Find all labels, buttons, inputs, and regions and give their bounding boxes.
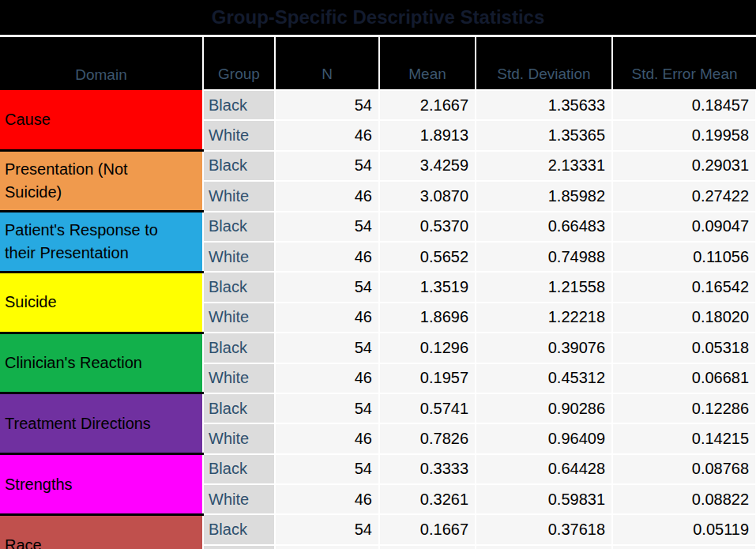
mean-cell: 0.5652 xyxy=(379,242,476,272)
std-deviation-cell: 0.45312 xyxy=(476,363,612,393)
n-cell: 46 xyxy=(275,545,379,549)
group-cell: Black xyxy=(203,212,275,242)
mean-cell: 0.1667 xyxy=(379,514,476,544)
column-header-std-deviation: Std. Deviation xyxy=(476,36,612,91)
group-cell: White xyxy=(203,484,275,514)
n-cell: 46 xyxy=(275,242,379,272)
table-body: CauseBlack542.16671.356330.18457White461… xyxy=(0,90,756,549)
column-header-std-error-mean: Std. Error Mean xyxy=(612,36,756,91)
n-cell: 54 xyxy=(275,454,379,484)
n-cell: 54 xyxy=(275,393,379,423)
std-deviation-cell: 2.13331 xyxy=(476,151,612,181)
slide-canvas: Group-Specific Descriptive Statistics Do… xyxy=(0,0,756,549)
column-header-n: N xyxy=(275,36,379,91)
mean-cell: 3.0870 xyxy=(379,181,476,211)
column-header-mean: Mean xyxy=(379,36,476,91)
table-row: Clinician's ReactionBlack540.12960.39076… xyxy=(0,333,756,363)
std-error-mean-cell: 0.11056 xyxy=(612,242,756,272)
n-cell: 54 xyxy=(275,514,379,544)
std-deviation-cell: 0.90286 xyxy=(476,393,612,423)
mean-cell: 0.1296 xyxy=(379,333,476,363)
std-deviation-cell: 1.35365 xyxy=(476,120,612,150)
std-error-mean-cell: 0.14215 xyxy=(612,423,756,453)
std-error-mean-cell: 0.12286 xyxy=(612,393,756,423)
group-cell: White xyxy=(203,303,275,333)
std-error-mean-cell: 0.16542 xyxy=(612,272,756,302)
table-row: Treatment DirectionsBlack540.57410.90286… xyxy=(0,393,756,423)
group-cell: White xyxy=(203,242,275,272)
std-deviation-cell: 0.59831 xyxy=(476,484,612,514)
mean-cell: 0.3261 xyxy=(379,484,476,514)
n-cell: 46 xyxy=(275,303,379,333)
std-error-mean-cell: 0.06681 xyxy=(612,363,756,393)
std-deviation-cell: 0.37618 xyxy=(476,514,612,544)
mean-cell: 0.1957 xyxy=(379,363,476,393)
std-error-mean-cell: 0.08768 xyxy=(612,454,756,484)
n-cell: 54 xyxy=(275,90,379,120)
group-cell: Black xyxy=(203,333,275,363)
mean-cell: 0.7826 xyxy=(379,423,476,453)
group-cell: Black xyxy=(203,151,275,181)
std-error-mean-cell: 0.05020 xyxy=(612,545,756,549)
title-row: Group-Specific Descriptive Statistics xyxy=(0,0,756,36)
n-cell: 54 xyxy=(275,212,379,242)
group-cell: White xyxy=(203,120,275,150)
header-row: Domain Group N Mean Std. Deviation Std. … xyxy=(0,36,756,91)
mean-cell: 0.1304 xyxy=(379,545,476,549)
mean-cell: 1.8696 xyxy=(379,303,476,333)
descriptive-statistics-table: Group-Specific Descriptive Statistics Do… xyxy=(0,0,756,549)
group-cell: White xyxy=(203,545,275,549)
table-row: Presentation (Not Suicide)Black543.42592… xyxy=(0,151,756,181)
std-error-mean-cell: 0.05119 xyxy=(612,514,756,544)
n-cell: 46 xyxy=(275,181,379,211)
n-cell: 54 xyxy=(275,151,379,181)
domain-cell: Cause xyxy=(0,90,203,151)
std-deviation-cell: 0.66483 xyxy=(476,212,612,242)
group-cell: Black xyxy=(203,454,275,484)
n-cell: 46 xyxy=(275,423,379,453)
group-cell: White xyxy=(203,423,275,453)
std-deviation-cell: 1.22218 xyxy=(476,303,612,333)
std-error-mean-cell: 0.09047 xyxy=(612,212,756,242)
domain-cell: Presentation (Not Suicide) xyxy=(0,151,203,212)
std-deviation-cell: 1.21558 xyxy=(476,272,612,302)
domain-cell: Patient's Response to their Presentation xyxy=(0,212,203,273)
group-cell: Black xyxy=(203,393,275,423)
std-deviation-cell: 0.39076 xyxy=(476,333,612,363)
n-cell: 46 xyxy=(275,484,379,514)
mean-cell: 3.4259 xyxy=(379,151,476,181)
std-error-mean-cell: 0.18020 xyxy=(612,303,756,333)
group-cell: Black xyxy=(203,272,275,302)
std-error-mean-cell: 0.18457 xyxy=(612,90,756,120)
domain-cell: Strengths xyxy=(0,454,203,515)
mean-cell: 1.3519 xyxy=(379,272,476,302)
mean-cell: 0.5741 xyxy=(379,393,476,423)
std-deviation-cell: 1.35633 xyxy=(476,90,612,120)
domain-cell: Suicide xyxy=(0,272,203,333)
std-deviation-cell: 0.96409 xyxy=(476,423,612,453)
std-error-mean-cell: 0.08822 xyxy=(612,484,756,514)
column-header-group: Group xyxy=(203,36,275,91)
column-header-domain: Domain xyxy=(0,36,203,91)
table-title: Group-Specific Descriptive Statistics xyxy=(0,0,756,36)
n-cell: 54 xyxy=(275,333,379,363)
std-deviation-cell: 0.34050 xyxy=(476,545,612,549)
std-deviation-cell: 0.64428 xyxy=(476,454,612,484)
std-error-mean-cell: 0.27422 xyxy=(612,181,756,211)
group-cell: Black xyxy=(203,90,275,120)
std-deviation-cell: 1.85982 xyxy=(476,181,612,211)
mean-cell: 0.5370 xyxy=(379,212,476,242)
table-row: RaceBlack540.16670.376180.05119 xyxy=(0,514,756,544)
group-cell: White xyxy=(203,363,275,393)
std-error-mean-cell: 0.19958 xyxy=(612,120,756,150)
group-cell: White xyxy=(203,181,275,211)
table-row: CauseBlack542.16671.356330.18457 xyxy=(0,90,756,120)
mean-cell: 1.8913 xyxy=(379,120,476,150)
mean-cell: 2.1667 xyxy=(379,90,476,120)
std-deviation-cell: 0.74988 xyxy=(476,242,612,272)
std-error-mean-cell: 0.05318 xyxy=(612,333,756,363)
domain-cell: Clinician's Reaction xyxy=(0,333,203,393)
std-error-mean-cell: 0.29031 xyxy=(612,151,756,181)
table-row: Patient's Response to their Presentation… xyxy=(0,212,756,242)
table-row: SuicideBlack541.35191.215580.16542 xyxy=(0,272,756,302)
